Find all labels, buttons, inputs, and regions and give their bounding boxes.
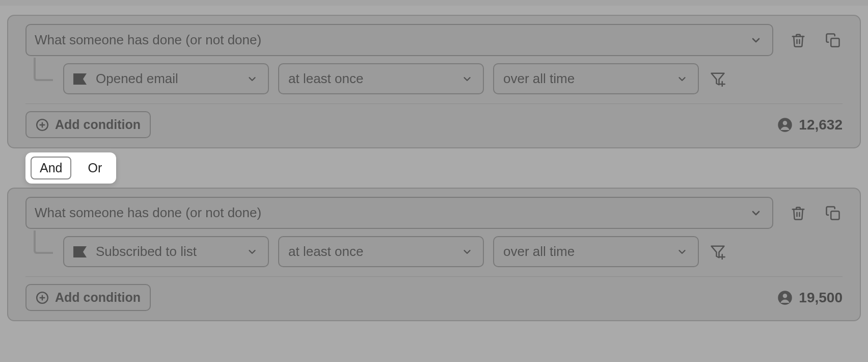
member-count: 12,632: [777, 117, 843, 133]
timerange-select[interactable]: over all time: [493, 63, 699, 94]
chevron-down-icon: [676, 246, 688, 257]
connector-elbow: [25, 64, 57, 94]
joiner-and-button[interactable]: And: [31, 157, 71, 179]
frequency-label: at least once: [288, 71, 363, 87]
trash-icon: [791, 205, 806, 221]
svg-point-19: [783, 294, 788, 298]
condition-group: What someone has done (or not done): [7, 15, 861, 148]
condition-type-select[interactable]: What someone has done (or not done): [25, 197, 773, 229]
add-condition-label: Add condition: [55, 290, 141, 305]
trash-icon: [791, 33, 806, 48]
joiner-or-button[interactable]: Or: [78, 157, 111, 179]
duplicate-button[interactable]: [823, 203, 843, 223]
chevron-down-icon: [462, 246, 473, 257]
chevron-down-icon: [247, 73, 258, 85]
condition-type-label: What someone has done (or not done): [35, 32, 261, 48]
chevron-down-icon: [750, 34, 762, 46]
member-count-value: 12,632: [799, 117, 843, 133]
chevron-down-icon: [247, 246, 258, 257]
chevron-down-icon: [676, 73, 688, 85]
condition-group: What someone has done (or not done): [7, 188, 861, 321]
add-filter-button[interactable]: [708, 69, 727, 89]
frequency-select[interactable]: at least once: [278, 236, 484, 267]
svg-marker-11: [73, 246, 87, 257]
filter-plus-icon: [710, 244, 725, 260]
duplicate-button[interactable]: [823, 31, 843, 50]
metric-label: Opened email: [96, 71, 178, 87]
timerange-label: over all time: [503, 71, 575, 87]
logic-joiner: And Or: [25, 152, 116, 184]
flag-icon: [73, 73, 87, 85]
metric-select[interactable]: Opened email: [63, 63, 269, 94]
condition-type-select[interactable]: What someone has done (or not done): [25, 24, 773, 56]
divider: [25, 104, 843, 104]
condition-type-label: What someone has done (or not done): [35, 205, 261, 221]
delete-button[interactable]: [789, 203, 808, 223]
metric-select[interactable]: Subscribed to list: [63, 236, 269, 267]
add-condition-button[interactable]: Add condition: [25, 284, 151, 311]
metric-label: Subscribed to list: [96, 244, 197, 260]
svg-rect-0: [831, 38, 839, 46]
svg-point-9: [783, 121, 788, 125]
chevron-down-icon: [750, 207, 762, 219]
filter-plus-icon: [710, 71, 725, 87]
add-filter-button[interactable]: [708, 242, 727, 262]
frequency-label: at least once: [288, 244, 363, 260]
plus-circle-icon: [36, 291, 49, 304]
frequency-select[interactable]: at least once: [278, 63, 484, 94]
delete-button[interactable]: [789, 31, 808, 50]
chevron-down-icon: [462, 73, 473, 85]
add-condition-button[interactable]: Add condition: [25, 111, 151, 138]
person-icon: [777, 290, 793, 305]
member-count-value: 19,500: [799, 290, 843, 306]
member-count: 19,500: [777, 290, 843, 306]
copy-icon: [825, 33, 840, 48]
plus-circle-icon: [36, 118, 49, 132]
divider: [25, 276, 843, 277]
svg-rect-10: [831, 211, 839, 219]
add-condition-label: Add condition: [55, 117, 141, 132]
timerange-select[interactable]: over all time: [493, 236, 699, 267]
connector-elbow: [25, 237, 57, 267]
person-icon: [777, 117, 793, 133]
timerange-label: over all time: [503, 244, 575, 260]
copy-icon: [825, 205, 840, 221]
svg-marker-1: [73, 73, 87, 85]
flag-icon: [73, 246, 87, 257]
